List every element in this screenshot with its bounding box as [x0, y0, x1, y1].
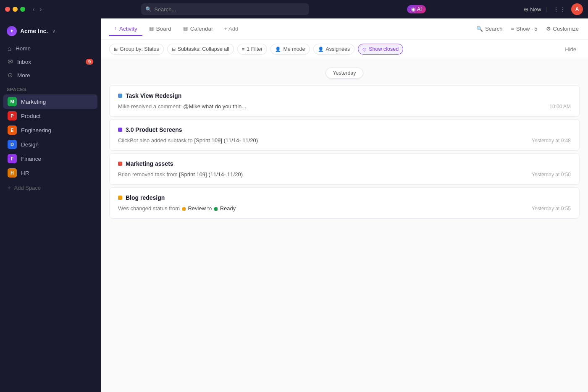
sidebar-item-product[interactable]: P Product — [3, 109, 97, 123]
back-button[interactable]: ‹ — [31, 5, 37, 13]
status-to-label: Ready — [220, 205, 236, 212]
tab-calendar[interactable]: ▦ Calendar — [178, 22, 218, 36]
show-action-button[interactable]: ≡ Show · 5 — [510, 24, 538, 34]
me-mode-icon: 👤 — [275, 47, 281, 52]
task-title-label: Marketing assets — [126, 160, 173, 167]
tab-board-label: Board — [156, 26, 171, 32]
status-from-dot — [182, 207, 186, 211]
new-label: New — [530, 6, 541, 13]
sidebar-item-finance-label: Finance — [21, 156, 41, 162]
activity-highlight: [Sprint 109] (11/14- 11/20) — [179, 171, 243, 178]
spaces-section-title: Spaces — [0, 82, 101, 94]
filter-show-closed[interactable]: ◎ Show closed — [358, 44, 403, 55]
ai-button[interactable]: ◉ AI — [407, 5, 426, 13]
minimize-dot[interactable] — [13, 7, 18, 12]
activity-description-marketing-assets: Brian removed task from [Sprint 109] (11… — [118, 171, 243, 178]
task-title-label: Blog redesign — [126, 194, 165, 201]
sidebar-item-home-label: Home — [16, 45, 31, 52]
add-space-label: Add Space — [14, 185, 41, 191]
search-icon: 🔍 — [145, 6, 152, 12]
customize-action-button[interactable]: ⚙ Customize — [545, 24, 580, 34]
sidebar-item-engineering-label: Engineering — [21, 127, 51, 133]
activity-icon: ↑ — [114, 26, 117, 31]
workspace-logo: ✦ — [7, 26, 17, 36]
calendar-icon: ▦ — [183, 26, 188, 31]
tab-calendar-label: Calendar — [190, 26, 213, 32]
grid-icon[interactable]: ⋮⋮ — [553, 5, 566, 13]
filter-assignees[interactable]: 👤 Assignees — [313, 44, 355, 55]
new-button[interactable]: ⊕ New — [524, 6, 541, 13]
task-color-indicator — [118, 128, 122, 132]
task-title-label: 3.0 Product Screens — [126, 126, 182, 133]
activity-card-task-view[interactable]: Task View Redesign Mike resolved a comme… — [109, 85, 580, 117]
add-tab-label: + Add — [224, 26, 239, 32]
activity-row-blog-redesign: Wes changed status from Review to Ready … — [118, 205, 571, 212]
ai-label: AI — [417, 6, 422, 12]
sidebar-item-home[interactable]: ⌂ Home — [3, 42, 97, 55]
filter-show-closed-label: Show closed — [369, 46, 399, 52]
sidebar-item-design-label: Design — [21, 141, 39, 148]
activity-row-product-screens: ClickBot also added subtask to [Sprint 1… — [118, 137, 571, 144]
task-color-indicator — [118, 162, 122, 166]
sidebar-nav: ⌂ Home ✉ Inbox 9 ⊙ More — [0, 42, 101, 82]
avatar[interactable]: A — [571, 3, 583, 15]
activity-description-task-view: Mike resolved a comment: @Mike what do y… — [118, 103, 246, 110]
filter-group-by[interactable]: ⊞ Group by: Status — [109, 44, 164, 55]
sidebar-item-finance[interactable]: F Finance — [3, 152, 97, 166]
add-space-button[interactable]: + Add Space — [0, 182, 101, 194]
hide-button[interactable]: Hide — [562, 44, 580, 54]
sidebar-item-engineering[interactable]: E Engineering — [3, 123, 97, 137]
finance-avatar: F — [8, 154, 17, 163]
filter-subtasks[interactable]: ⊟ Subtasks: Collapse all — [167, 44, 234, 55]
activity-card-marketing-assets[interactable]: Marketing assets Brian removed task from… — [109, 153, 580, 185]
customize-action-label: Customize — [553, 26, 579, 32]
add-tab-button[interactable]: + Add — [220, 23, 243, 34]
activity-card-blog-redesign[interactable]: Blog redesign Wes changed status from Re… — [109, 187, 580, 219]
search-icon: 🔍 — [476, 26, 483, 32]
close-dot[interactable] — [5, 7, 10, 12]
sidebar-item-design[interactable]: D Design — [3, 137, 97, 152]
inbox-badge: 9 — [86, 59, 93, 65]
hr-avatar: H — [8, 168, 17, 178]
filter-filter[interactable]: ≡ 1 Filter — [237, 44, 268, 55]
main-layout: ✦ Acme Inc. ∨ ⌂ Home ✉ Inbox 9 ⊙ More Sp… — [0, 18, 588, 392]
sidebar-item-marketing[interactable]: M Marketing — [3, 94, 97, 109]
plus-icon: ⊕ — [524, 6, 528, 13]
activity-card-product-screens[interactable]: 3.0 Product Screens ClickBot also added … — [109, 119, 580, 151]
activity-description-blog-redesign: Wes changed status from Review to Ready — [118, 205, 236, 212]
sidebar-item-more-label: More — [17, 72, 30, 78]
content-tabs: ↑ Activity ▦ Board ▦ Calendar + Add — [109, 22, 242, 36]
date-divider: Yesterday — [101, 59, 588, 83]
forward-button[interactable]: › — [38, 5, 44, 13]
date-badge: Yesterday — [326, 68, 363, 78]
group-by-icon: ⊞ — [114, 47, 118, 52]
task-title-marketing-assets: Marketing assets — [118, 160, 571, 167]
design-avatar: D — [8, 140, 17, 149]
filter-me-mode[interactable]: 👤 Me mode — [270, 44, 310, 55]
sidebar: ✦ Acme Inc. ∨ ⌂ Home ✉ Inbox 9 ⊙ More Sp… — [0, 18, 101, 392]
topbar: ‹ › 🔍 Search... ◉ AI ⊕ New | ⋮⋮ A — [0, 0, 588, 18]
window-controls — [5, 7, 25, 12]
topbar-right: ⊕ New | ⋮⋮ A — [524, 3, 583, 15]
filter-subtasks-label: Subtasks: Collapse all — [178, 46, 229, 52]
customize-icon: ⚙ — [546, 26, 551, 32]
workspace-name: Acme Inc. — [20, 28, 48, 34]
marketing-avatar: M — [8, 97, 17, 106]
maximize-dot[interactable] — [20, 7, 25, 12]
activity-highlight: [Sprint 109] (11/14- 11/20) — [194, 137, 258, 144]
product-avatar: P — [8, 111, 17, 120]
workspace-header[interactable]: ✦ Acme Inc. ∨ — [0, 24, 101, 42]
search-action-label: Search — [485, 26, 502, 32]
search-action-button[interactable]: 🔍 Search — [475, 24, 503, 34]
tab-board[interactable]: ▦ Board — [144, 22, 176, 36]
global-search-bar[interactable]: 🔍 Search... — [141, 3, 309, 15]
sidebar-item-hr[interactable]: H HR — [3, 166, 97, 180]
activity-row-marketing-assets: Brian removed task from [Sprint 109] (11… — [118, 171, 571, 178]
tab-activity[interactable]: ↑ Activity — [109, 22, 142, 36]
filter-me-mode-label: Me mode — [283, 46, 305, 52]
activity-description-product-screens: ClickBot also added subtask to [Sprint 1… — [118, 137, 258, 144]
show-closed-icon: ◎ — [362, 47, 367, 52]
sidebar-item-inbox[interactable]: ✉ Inbox 9 — [3, 55, 97, 68]
sidebar-item-more[interactable]: ⊙ More — [3, 68, 97, 82]
plus-icon: + — [8, 185, 11, 191]
